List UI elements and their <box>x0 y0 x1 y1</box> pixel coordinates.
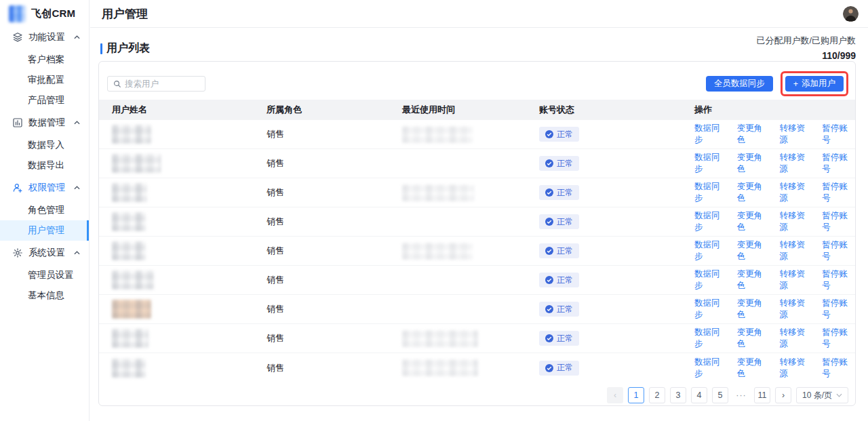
op-link-暂停账号[interactable]: 暂停账号 <box>822 327 855 350</box>
status-text: 正常 <box>557 275 573 286</box>
pager-page-4[interactable]: 4 <box>691 387 707 403</box>
op-link-暂停账号[interactable]: 暂停账号 <box>822 239 855 262</box>
sidebar-group-功能设置[interactable]: 功能设置 <box>0 27 89 47</box>
col-header-status: 账号状态 <box>539 104 692 116</box>
sidebar-item-角色管理[interactable]: 角色管理 <box>0 200 89 220</box>
user-list-card: 全员数据同步 + 添加用户 用户姓名 所属角色 最近使用时间 账号状态 操作 <box>98 61 856 406</box>
role-cell: 销售 <box>267 274 402 286</box>
sidebar-item-用户管理[interactable]: 用户管理 <box>0 220 89 241</box>
pager-next-button[interactable]: › <box>775 387 791 403</box>
license-stats: 已分配用户数/已购用户数 110/999 <box>756 35 856 61</box>
row-actions: 数据同步变更角色转移资源暂停账号 <box>692 123 855 146</box>
redacted-user-name <box>112 300 151 319</box>
op-link-数据同步[interactable]: 数据同步 <box>694 327 728 350</box>
op-link-变更角色[interactable]: 变更角色 <box>737 268 770 292</box>
redacted-last-used-time <box>402 359 478 376</box>
sidebar-item-基本信息[interactable]: 基本信息 <box>0 285 89 306</box>
op-link-变更角色[interactable]: 变更角色 <box>737 298 770 321</box>
sidebar-item-审批配置[interactable]: 审批配置 <box>0 70 89 90</box>
topbar: 用户管理 <box>90 0 868 28</box>
op-link-数据同步[interactable]: 数据同步 <box>694 239 728 262</box>
op-link-暂停账号[interactable]: 暂停账号 <box>822 268 855 292</box>
sidebar-item-label: 数据导入 <box>28 140 64 150</box>
op-link-变更角色[interactable]: 变更角色 <box>737 210 770 233</box>
sidebar-item-客户档案[interactable]: 客户档案 <box>0 49 89 70</box>
section-head: 用户列表 已分配用户数/已购用户数 110/999 <box>100 35 856 59</box>
sidebar-item-数据导入[interactable]: 数据导入 <box>0 135 89 155</box>
op-link-暂停账号[interactable]: 暂停账号 <box>822 210 855 233</box>
status-badge: 正常 <box>539 243 579 258</box>
op-link-暂停账号[interactable]: 暂停账号 <box>822 298 855 321</box>
user-avatar[interactable] <box>843 6 859 22</box>
sidebar-item-label: 管理员设置 <box>28 270 74 280</box>
op-link-暂停账号[interactable]: 暂停账号 <box>822 123 855 146</box>
col-header-name: 用户姓名 <box>99 104 267 116</box>
op-link-转移资源[interactable]: 转移资源 <box>780 181 813 204</box>
sidebar-item-label: 基本信息 <box>28 290 64 300</box>
op-link-数据同步[interactable]: 数据同步 <box>694 181 728 204</box>
op-link-转移资源[interactable]: 转移资源 <box>780 152 813 175</box>
row-actions: 数据同步变更角色转移资源暂停账号 <box>692 152 855 175</box>
sidebar-item-label: 审批配置 <box>28 75 64 85</box>
pager-page-11[interactable]: 11 <box>754 387 770 403</box>
op-link-变更角色[interactable]: 变更角色 <box>737 152 770 175</box>
sidebar-item-产品管理[interactable]: 产品管理 <box>0 90 89 111</box>
op-link-转移资源[interactable]: 转移资源 <box>780 357 813 380</box>
sidebar-item-管理员设置[interactable]: 管理员设置 <box>0 265 89 285</box>
op-link-转移资源[interactable]: 转移资源 <box>780 268 813 292</box>
pager-page-2[interactable]: 2 <box>649 387 665 403</box>
search-input[interactable] <box>125 79 199 89</box>
check-circle-icon <box>545 188 553 197</box>
op-link-暂停账号[interactable]: 暂停账号 <box>822 357 855 380</box>
redacted-user-name <box>112 212 146 231</box>
op-link-暂停账号[interactable]: 暂停账号 <box>822 181 855 204</box>
annotation-highlight-box: + 添加用户 <box>781 71 848 96</box>
op-link-变更角色[interactable]: 变更角色 <box>737 357 770 380</box>
op-link-变更角色[interactable]: 变更角色 <box>737 327 770 350</box>
sidebar-item-label: 产品管理 <box>28 95 64 105</box>
redacted-user-name <box>112 270 154 289</box>
op-link-数据同步[interactable]: 数据同步 <box>694 268 728 292</box>
sidebar-group-label: 权限管理 <box>28 182 74 194</box>
table-toolbar: 全员数据同步 + 添加用户 <box>99 62 855 100</box>
op-link-转移资源[interactable]: 转移资源 <box>780 123 813 146</box>
status-badge: 正常 <box>539 331 579 346</box>
op-link-变更角色[interactable]: 变更角色 <box>737 123 770 146</box>
op-link-转移资源[interactable]: 转移资源 <box>780 298 813 321</box>
check-circle-icon <box>545 364 553 372</box>
check-circle-icon <box>545 334 553 342</box>
pager-page-1[interactable]: 1 <box>628 387 644 403</box>
redacted-user-name <box>112 154 161 173</box>
pager-page-5[interactable]: 5 <box>712 387 728 403</box>
op-link-转移资源[interactable]: 转移资源 <box>780 327 813 350</box>
op-link-变更角色[interactable]: 变更角色 <box>737 181 770 204</box>
status-badge: 正常 <box>539 185 579 200</box>
op-link-暂停账号[interactable]: 暂停账号 <box>822 152 855 175</box>
sidebar-group-权限管理[interactable]: 权限管理 <box>0 178 89 198</box>
sidebar-item-数据导出[interactable]: 数据导出 <box>0 155 89 176</box>
status-text: 正常 <box>557 129 573 140</box>
sidebar-group-系统设置[interactable]: 系统设置 <box>0 243 89 263</box>
table-row: 销售 正常 数据同步变更角色转移资源暂停账号 <box>99 237 855 266</box>
status-text: 正常 <box>557 187 573 199</box>
pager-page-3[interactable]: 3 <box>670 387 686 403</box>
op-link-转移资源[interactable]: 转移资源 <box>780 239 813 262</box>
op-link-数据同步[interactable]: 数据同步 <box>694 123 728 146</box>
sidebar-group-label: 数据管理 <box>28 117 74 129</box>
sync-all-button[interactable]: 全员数据同步 <box>706 76 773 92</box>
sidebar-item-label: 用户管理 <box>28 225 64 235</box>
op-link-数据同步[interactable]: 数据同步 <box>694 357 728 380</box>
op-link-数据同步[interactable]: 数据同步 <box>694 210 728 233</box>
op-link-数据同步[interactable]: 数据同步 <box>694 152 728 175</box>
page-size-select[interactable]: 10 条/页 <box>796 387 848 403</box>
layers-icon <box>12 32 23 43</box>
search-box[interactable] <box>107 76 205 92</box>
add-user-button[interactable]: + 添加用户 <box>785 76 844 92</box>
op-link-转移资源[interactable]: 转移资源 <box>780 210 813 233</box>
op-link-变更角色[interactable]: 变更角色 <box>737 239 770 262</box>
sidebar-group-数据管理[interactable]: 数据管理 <box>0 113 89 133</box>
pagination: ‹12345···11›10 条/页 <box>99 382 855 403</box>
role-cell: 销售 <box>267 216 402 228</box>
check-circle-icon <box>545 130 553 138</box>
op-link-数据同步[interactable]: 数据同步 <box>694 298 728 321</box>
